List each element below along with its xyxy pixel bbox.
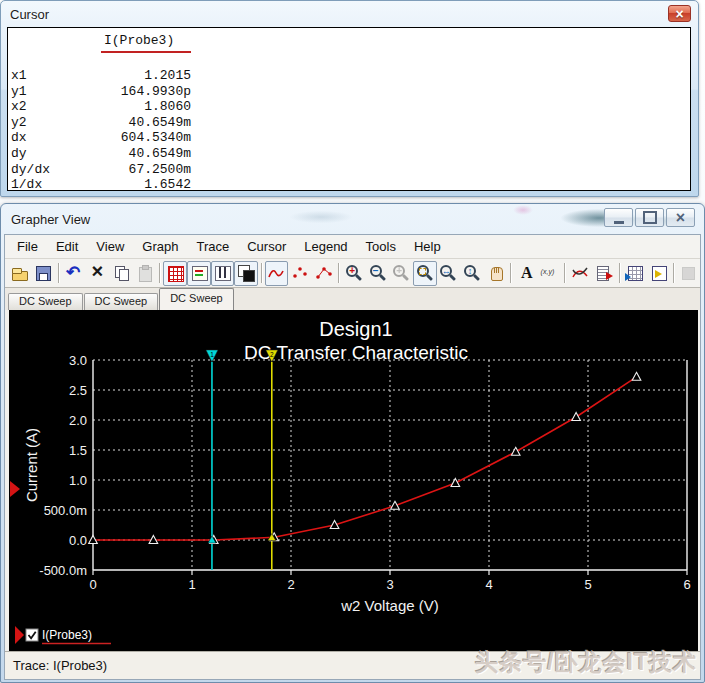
paste-button[interactable]: [133, 261, 157, 286]
menu-trace[interactable]: Trace: [187, 236, 238, 257]
maximize-button[interactable]: [635, 208, 664, 227]
undo-button[interactable]: [62, 261, 86, 286]
y-tick-label: 2.5: [69, 383, 87, 398]
cursor-row-1-dx: 1/dx1.6542: [11, 177, 191, 193]
y-axis-title: Current (A): [23, 428, 40, 502]
extra-icon: [679, 264, 697, 282]
menu-graph[interactable]: Graph: [133, 236, 187, 257]
zoom-restore-button[interactable]: [389, 261, 413, 286]
cursor-window-close-button[interactable]: [668, 5, 691, 22]
open-icon: [11, 264, 29, 282]
close-button[interactable]: [666, 208, 695, 227]
grapher-titlebar[interactable]: Grapher View: [1, 204, 704, 234]
menu-view[interactable]: View: [87, 236, 133, 257]
zoom-in-button[interactable]: [342, 261, 366, 286]
black-white-button[interactable]: [234, 261, 258, 286]
copy-icon: [112, 264, 130, 282]
export-labview-button[interactable]: [646, 261, 670, 286]
zoom-horizontal-button[interactable]: [437, 261, 461, 286]
open-button[interactable]: [8, 261, 32, 286]
zoom-out-button[interactable]: [366, 261, 390, 286]
row-label: y1: [11, 84, 63, 100]
row-value: 1.2015: [63, 68, 191, 84]
toolbar-separator: [338, 263, 339, 283]
cursor-window-titlebar[interactable]: Cursor: [1, 1, 698, 27]
show-legend-icon: [190, 264, 208, 282]
export-excel-button[interactable]: [622, 261, 646, 286]
x-axis-title: w2 Voltage (V): [340, 597, 439, 614]
tab-bar: DC SweepDC SweepDC Sweep: [5, 288, 700, 310]
toolbar-separator: [58, 263, 59, 283]
row-value: 67.2500m: [63, 162, 191, 178]
tab-2-dc-sweep[interactable]: DC Sweep: [84, 293, 159, 310]
x-tick-label: 3: [386, 577, 393, 592]
row-value: 1.6542: [63, 177, 191, 193]
delete-icon: [88, 264, 106, 282]
scatter-mode-button[interactable]: [288, 261, 312, 286]
zoom-area-button[interactable]: [413, 261, 437, 286]
text-button[interactable]: [514, 261, 538, 286]
copy-button[interactable]: [109, 261, 133, 286]
legend-checkbox[interactable]: [26, 629, 38, 641]
cursor-table: I(Probe3) x11.2015y1164.9930px21.8060y24…: [7, 27, 691, 191]
toolbar-separator: [261, 263, 262, 283]
cursor-table-rows: x11.2015y1164.9930px21.8060y240.6549mdx6…: [11, 68, 690, 193]
delete-button[interactable]: [86, 261, 110, 286]
show-grid-icon: [166, 264, 184, 282]
cursor-window-title: Cursor: [10, 7, 49, 22]
extra-button[interactable]: [677, 261, 701, 286]
zoom-horizontal-icon: [440, 265, 452, 277]
legend-label[interactable]: I(Probe3): [42, 628, 92, 642]
scatter-line-mode-button[interactable]: [312, 261, 336, 286]
export-excel-icon: [625, 264, 643, 282]
y-tick-label: -500.0m: [39, 563, 87, 578]
export-labview-icon: [649, 264, 667, 282]
show-cursors-button[interactable]: [211, 261, 235, 286]
cursor-row-x2: x21.8060: [11, 99, 191, 115]
pan-button[interactable]: [484, 261, 508, 286]
zoom-in-icon: [346, 265, 358, 277]
menu-file[interactable]: File: [8, 236, 47, 257]
menu-edit[interactable]: Edit: [47, 236, 87, 257]
row-value: 40.6549m: [63, 146, 191, 162]
scatter-line-mode-icon: [315, 264, 333, 282]
menu-legend[interactable]: Legend: [295, 236, 356, 257]
cursor-window: Cursor I(Probe3) x11.2015y1164.9930px21.…: [0, 0, 699, 197]
x-tick-label: 6: [683, 577, 690, 592]
zoom-vertical-button[interactable]: [460, 261, 484, 286]
dc-transfer-characteristic-chart: Design1DC Transfer Characteristic3.02.52…: [9, 310, 698, 651]
toolbar-separator: [619, 263, 620, 283]
status-bar: Trace: I(Probe3) 头条号/卧龙会IT技术: [5, 651, 700, 679]
y-tick-label: 1.0: [69, 473, 87, 488]
x-tick-label: 2: [287, 577, 294, 592]
status-trace-label: Trace: I(Probe3): [13, 658, 107, 673]
desktop: { "cursor_window": { "title": "Cursor", …: [0, 0, 705, 683]
show-legend-button[interactable]: [187, 261, 211, 286]
menu-help[interactable]: Help: [405, 236, 450, 257]
line-mode-button[interactable]: [265, 261, 289, 286]
save-button[interactable]: [32, 261, 56, 286]
menu-cursor[interactable]: Cursor: [238, 236, 295, 257]
minimize-button[interactable]: [604, 208, 633, 227]
show-grid-button[interactable]: [163, 261, 187, 286]
export-data-button[interactable]: [592, 261, 616, 286]
trace-color-underline: [101, 51, 191, 53]
y-tick-label: 1.5: [69, 443, 87, 458]
row-value: 1.8060: [63, 99, 191, 115]
watermark-text: 头条号/卧龙会IT技术: [475, 647, 697, 678]
grapher-view-window: Grapher View FileEditViewGraphTraceCurso…: [0, 203, 705, 683]
grapher-window-title: Grapher View: [11, 212, 90, 227]
window-controls: [604, 208, 695, 227]
menu-tools[interactable]: Tools: [357, 236, 405, 257]
y-tick-label: 3.0: [69, 353, 87, 368]
tab-3-dc-sweep[interactable]: DC Sweep: [159, 288, 234, 310]
overlay-traces-button[interactable]: [568, 261, 592, 286]
row-value: 604.5340m: [63, 130, 191, 146]
toolbar: [5, 259, 700, 288]
black-white-icon: [237, 264, 255, 282]
show-values-button[interactable]: [538, 261, 562, 286]
overlay-traces-icon: [571, 264, 589, 282]
tab-1-dc-sweep[interactable]: DC Sweep: [8, 293, 83, 310]
row-label: dx: [11, 130, 63, 146]
show-cursors-icon: [213, 264, 231, 282]
